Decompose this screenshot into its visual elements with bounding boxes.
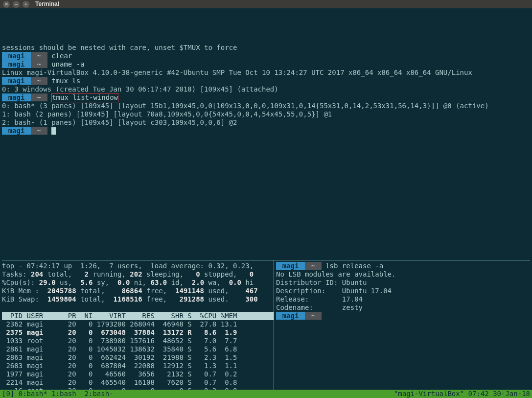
terminal-window: ✕ – + Terminal sessions should be nested… bbox=[0, 0, 532, 398]
top-mem: KiB Mem : 2045788 total, 86864 free, 149… bbox=[2, 287, 274, 295]
process-row: 2683 magi 20 0 687804 22088 12912 S 1.3 … bbox=[2, 362, 274, 370]
terminal-line: Release: 17.04 bbox=[276, 295, 530, 304]
terminal-line: sessions should be nested with care, uns… bbox=[2, 44, 530, 52]
prompt-user: magi bbox=[276, 312, 305, 320]
terminal-line: Distributor ID: Ubuntu bbox=[276, 279, 530, 287]
process-row: 1977 magi 20 0 46560 3656 2132 S 0.7 0.2 bbox=[2, 370, 274, 378]
prompt-user: magi bbox=[276, 262, 305, 270]
terminal-line: magi ~ bbox=[2, 127, 530, 135]
prompt-user: magi bbox=[2, 94, 31, 101]
process-row: 2362 magi 20 0 1793200 268044 46948 S 27… bbox=[2, 320, 274, 328]
top-header: top - 07:42:17 up 1:26, 7 users, load av… bbox=[2, 262, 274, 270]
terminal-line: magi ~ lsb_release -a bbox=[276, 262, 530, 270]
highlighted-command: tmux list-window bbox=[51, 93, 118, 102]
command-text: uname -a bbox=[51, 60, 84, 68]
terminal-line: magi ~ clear bbox=[2, 52, 530, 60]
terminal-body[interactable]: sessions should be nested with care, uns… bbox=[0, 8, 532, 390]
process-row: 2861 magi 20 0 1045032 138632 35840 S 5.… bbox=[2, 345, 274, 353]
status-left: [0] 0:bash* 1:bash 2:bash- bbox=[2, 390, 114, 398]
prompt-path: ~ bbox=[31, 127, 47, 135]
command-text: lsb_release -a bbox=[325, 262, 383, 270]
process-row: 1033 root 20 0 738980 157616 48652 S 7.0… bbox=[2, 337, 274, 345]
minimize-icon[interactable]: – bbox=[13, 1, 20, 8]
tmux-status-bar: [0] 0:bash* 1:bash 2:bash- "magi-Virtual… bbox=[0, 390, 532, 398]
terminal-line: magi ~ tmux ls bbox=[2, 77, 530, 85]
terminal-line: 1: bash (2 panes) [109x45] [layout 70a8,… bbox=[2, 110, 530, 118]
process-row: 2375 magi 20 0 673048 37884 13172 R 8.6 … bbox=[2, 328, 274, 337]
terminal-line: 2: bash- (1 panes) [109x45] [layout c303… bbox=[2, 118, 530, 127]
command-text: tmux ls bbox=[51, 77, 80, 85]
prompt-path: ~ bbox=[305, 262, 322, 270]
terminal-line: Linux magi-VirtualBox 4.10.0-38-generic … bbox=[2, 69, 530, 77]
terminal-line: 0: 3 windows (created Tue Jan 30 06:17:4… bbox=[2, 85, 530, 94]
terminal-line: Description: Ubuntu 17.04 bbox=[276, 287, 530, 295]
titlebar: ✕ – + Terminal bbox=[0, 0, 532, 8]
window-title: Terminal bbox=[35, 0, 59, 8]
prompt-user: magi bbox=[2, 60, 31, 68]
tmux-pane-bottom-right[interactable]: magi ~ lsb_release -aNo LSB modules are … bbox=[274, 260, 530, 390]
command-text: clear bbox=[51, 52, 72, 60]
top-columns-header: PID USER PR NI VIRT RES SHR S %CPU %MEM bbox=[2, 312, 274, 320]
terminal-line: magi ~ tmux list-window bbox=[2, 94, 530, 102]
maximize-icon[interactable]: + bbox=[23, 1, 29, 8]
terminal-line: magi ~ uname -a bbox=[2, 60, 530, 69]
prompt-user: magi bbox=[2, 77, 31, 85]
top-swap: KiB Swap: 1459804 total, 1168516 free, 2… bbox=[2, 295, 274, 304]
cursor bbox=[51, 127, 55, 135]
terminal-line: 0: bash* (3 panes) [109x45] [layout 15b1… bbox=[2, 102, 530, 110]
top-cpu: %Cpu(s): 29.0 us, 5.6 sy, 0.0 ni, 63.0 i… bbox=[2, 279, 274, 287]
terminal-line: magi ~ bbox=[276, 312, 530, 320]
process-row: 2863 magi 20 0 662424 30192 21988 S 2.3 … bbox=[2, 353, 274, 362]
tmux-pane-bottom-left[interactable]: top - 07:42:17 up 1:26, 7 users, load av… bbox=[2, 260, 274, 390]
tmux-pane-top[interactable]: sessions should be nested with care, uns… bbox=[2, 44, 530, 135]
prompt-path: ~ bbox=[31, 94, 47, 101]
status-right: "magi-VirtualBox" 07:42 30-Jan-18 bbox=[394, 390, 530, 398]
prompt-path: ~ bbox=[31, 77, 47, 85]
top-tasks: Tasks: 204 total, 2 running, 202 sleepin… bbox=[2, 270, 274, 279]
terminal-line: No LSB modules are available. bbox=[276, 270, 530, 279]
terminal-line: Codename: zesty bbox=[276, 304, 530, 312]
prompt-user: magi bbox=[2, 52, 31, 60]
prompt-path: ~ bbox=[31, 60, 47, 68]
prompt-path: ~ bbox=[305, 312, 322, 320]
process-row: 16 root 20 0 0 0 0 S 0.3 0.0 bbox=[2, 387, 274, 390]
prompt-user: magi bbox=[2, 127, 31, 135]
prompt-path: ~ bbox=[31, 52, 47, 60]
close-icon[interactable]: ✕ bbox=[3, 1, 10, 8]
process-row: 2214 magi 20 0 465540 16108 7620 S 0.7 0… bbox=[2, 378, 274, 387]
